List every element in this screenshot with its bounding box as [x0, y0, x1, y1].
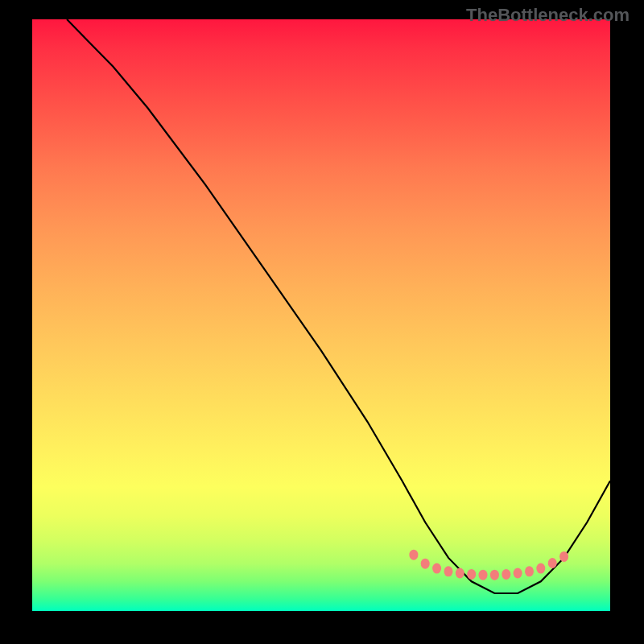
curve-marker [479, 570, 488, 580]
curve-marker [525, 566, 534, 576]
curve-marker [514, 568, 522, 579]
attribution-text: TheBottleneck.com [466, 5, 630, 26]
chart-svg [32, 19, 610, 611]
marker-group [409, 550, 568, 580]
curve-marker [444, 566, 453, 576]
chart-plot-area [32, 19, 610, 611]
curve-marker [421, 559, 430, 569]
curve-marker [559, 551, 568, 562]
curve-marker [490, 570, 499, 580]
bottleneck-curve-line [67, 19, 610, 593]
curve-marker [502, 569, 510, 580]
curve-marker [467, 569, 476, 580]
curve-marker [456, 568, 464, 579]
curve-marker [409, 550, 418, 560]
curve-marker [536, 564, 545, 574]
curve-marker [548, 558, 557, 568]
curve-marker [432, 564, 441, 574]
